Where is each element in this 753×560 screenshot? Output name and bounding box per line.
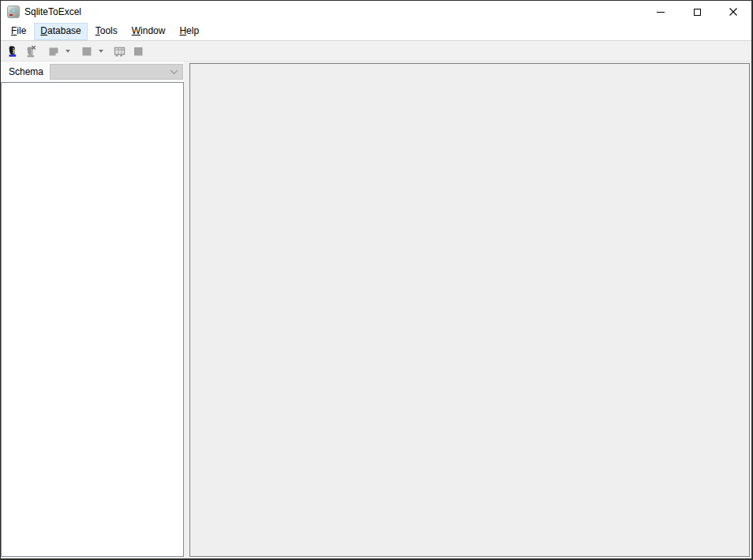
menu-item-window[interactable]: Window [126, 23, 172, 40]
export-icon [81, 45, 93, 58]
minimize-button[interactable] [642, 1, 679, 23]
splitter-handle[interactable] [184, 62, 189, 558]
app-icon[interactable] [7, 6, 20, 18]
open-table-dropdown-button[interactable] [62, 42, 73, 60]
export-dropdown-button[interactable] [96, 42, 106, 60]
chevron-down-icon [170, 69, 178, 75]
maximize-icon [694, 9, 701, 16]
title-bar[interactable]: SqliteToExcel [1, 1, 751, 23]
app-window: SqliteToExcel File Database Tools Window… [0, 0, 753, 560]
disconnect-user-icon [24, 45, 37, 58]
menu-item-database[interactable]: Database [34, 23, 87, 40]
stop-button[interactable] [129, 42, 147, 60]
chevron-down-icon [66, 50, 70, 53]
export-button[interactable] [77, 42, 96, 60]
stop-icon [132, 45, 144, 58]
schema-tree[interactable] [1, 82, 184, 557]
connect-user-icon [6, 45, 19, 58]
schema-row: Schema [1, 62, 184, 82]
close-icon [729, 8, 737, 16]
chevron-down-icon [99, 50, 103, 53]
sidebar: Schema [1, 62, 184, 558]
window-title: SqliteToExcel [24, 6, 81, 17]
window-controls [642, 1, 751, 23]
maximize-button[interactable] [679, 1, 715, 23]
open-table-button[interactable] [44, 42, 62, 60]
close-button[interactable] [715, 1, 751, 23]
connect-button[interactable] [3, 42, 21, 60]
menu-item-tools[interactable]: Tools [89, 23, 124, 40]
minimize-icon [657, 12, 665, 13]
open-table-icon [47, 45, 60, 58]
schema-dropdown[interactable] [50, 64, 183, 80]
disconnect-button[interactable] [21, 42, 39, 60]
menu-bar: File Database Tools Window Help [1, 23, 751, 41]
menu-item-help[interactable]: Help [173, 23, 205, 40]
content-area: Schema [1, 62, 751, 558]
main-panel [189, 63, 750, 557]
menu-item-file[interactable]: File [5, 23, 32, 40]
schema-label: Schema [9, 66, 43, 77]
toolbar [1, 41, 751, 62]
view-data-button[interactable] [111, 42, 129, 60]
view-grid-icon [113, 45, 126, 58]
